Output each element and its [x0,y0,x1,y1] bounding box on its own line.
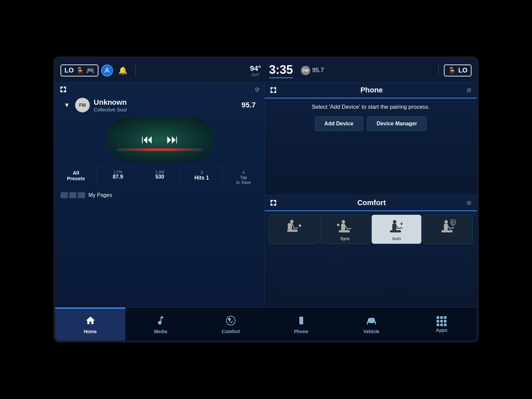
expand-button[interactable] [60,86,66,93]
seat-button-heat[interactable] [423,214,473,244]
fm-badge-player: FM [75,98,90,112]
preset-all-label: AllPresets [57,170,95,181]
profile-button[interactable] [101,65,113,76]
presets-bar: AllPresets 1-FM 87.9 2-AM 530 3 Hits 1 [55,166,264,188]
nav-phone[interactable]: Phone [266,308,336,340]
svg-point-9 [393,220,396,223]
next-button[interactable]: ⏭ [167,132,179,146]
preset-1[interactable]: 1-FM 87.9 [97,167,139,188]
fm-player: ▼ FM Unknown Collective Soul 95.7 ⏮ ⏭ [55,95,264,165]
phone-settings-icon[interactable]: ⊘ [466,86,471,94]
track-freq: 95.7 [241,101,256,109]
divider [135,64,136,77]
preset-1-band: 1-FM [98,170,137,174]
preset-4-tap: Tapto Save [224,175,263,185]
grid-dot [440,324,443,326]
nav-home[interactable]: Home [55,308,125,340]
seat-3-label: Auto [392,236,401,241]
svg-point-0 [106,68,108,70]
comfort-icon [225,315,236,328]
preset-2[interactable]: 2-AM 530 [139,167,181,188]
pair-text: Select 'Add Device' to start the pairing… [270,104,471,110]
my-pages-label: My Pages [88,192,112,198]
nav-phone-label: Phone [294,329,308,334]
media-header: ⊘ [55,82,264,95]
svg-rect-8 [390,230,401,232]
seat-button-sync[interactable]: Sync [320,214,370,244]
clock: 3:35 [269,63,293,78]
svg-point-22 [373,323,375,325]
preset-all[interactable]: AllPresets [55,167,97,188]
svg-rect-20 [299,317,303,324]
music-icon [155,315,166,328]
track-artist: Collective Soul [94,107,237,112]
preset-2-band: 2-AM [140,170,179,174]
nav-home-label: Home [84,329,97,334]
apps-icon [437,316,447,326]
grid-dot [437,324,439,326]
seat-icon-right: 🪑 [448,66,456,74]
seat-button-auto[interactable]: Auto [371,214,422,244]
bell-icon[interactable]: 🔔 [116,66,130,75]
grid-dot [444,316,447,319]
content-panels: ⊘ ▼ FM Unknown Collective Soul 95.7 ⏮ [55,82,477,307]
preset-4-num: 4 [224,170,263,175]
right-temp-box: 🪑 LO [444,65,471,76]
temp-value: 94° [250,64,261,73]
status-center: 94° OUT 3:35 FM 95.7 [250,63,324,78]
grid-dot [437,320,439,323]
media-panel: ⊘ ▼ FM Unknown Collective Soul 95.7 ⏮ [55,82,265,307]
grid-dot [444,324,447,326]
device-manager-button[interactable]: Device Manager [367,116,427,131]
svg-point-12 [444,220,448,223]
svg-rect-2 [287,229,298,232]
dropdown-arrow[interactable]: ▼ [64,102,70,109]
right-panel: Phone ⊘ Select 'Add Device' to start the… [265,82,477,307]
outside-temp: 94° OUT [250,64,261,77]
steering-icon: 🎮 [86,66,94,74]
my-pages: My Pages [55,188,264,202]
comfort-expand-button[interactable] [270,200,277,206]
home-icon [85,315,96,328]
main-area: ⊘ ▼ FM Unknown Collective Soul 95.7 ⏮ [55,82,477,340]
track-info: ▼ FM Unknown Collective Soul 95.7 [61,98,259,112]
svg-point-3 [290,219,294,223]
track-title: Unknown [94,98,237,107]
fm-badge: FM [301,66,310,75]
prev-button[interactable]: ⏮ [141,132,153,146]
bottom-nav: Home Media [55,307,477,340]
phone-expand-button[interactable] [270,87,277,93]
preset-3[interactable]: 3 Hits 1 [181,167,223,188]
svg-point-19 [228,318,231,321]
screen-bezel: LO 🪑 🎮 🔔 94° OUT 3:35 FM 95.7 [53,57,479,342]
svg-rect-11 [442,230,453,232]
preset-4[interactable]: 4 Tapto Save [223,167,264,188]
comfort-seats: Sync Auto [265,211,477,247]
left-temp-box: LO 🪑 🎮 [61,65,98,76]
settings-icon[interactable]: ⊘ [255,86,260,93]
nav-apps[interactable]: Apps [407,308,477,340]
nav-media[interactable]: Media [125,308,196,340]
divider-right [438,64,439,77]
nav-media-label: Media [154,329,167,334]
pages-dots [61,192,85,198]
comfort-widget-title: Comfort [277,199,466,207]
seat-button-recline-forward[interactable] [269,214,319,244]
nav-comfort[interactable]: Comfort [196,308,266,340]
phone-widget: Phone ⊘ Select 'Add Device' to start the… [265,82,477,195]
comfort-settings-icon[interactable]: ⊘ [466,199,471,206]
grid-dot [437,316,439,319]
nav-vehicle[interactable]: Vehicle [336,308,406,340]
add-device-button[interactable]: Add Device [315,116,363,131]
right-temp: LO [458,66,467,74]
phone-widget-title: Phone [277,86,466,94]
preset-3-val: Hits 1 [182,175,221,181]
svg-rect-5 [339,230,350,232]
nav-comfort-label: Comfort [222,329,240,334]
nav-apps-label: Apps [436,328,448,333]
status-left: LO 🪑 🎮 🔔 [61,64,138,77]
page-dot-2 [69,192,76,198]
preset-1-val: 87.9 [98,174,137,180]
seat-2-label: Sync [340,236,350,241]
phone-icon [297,315,306,328]
